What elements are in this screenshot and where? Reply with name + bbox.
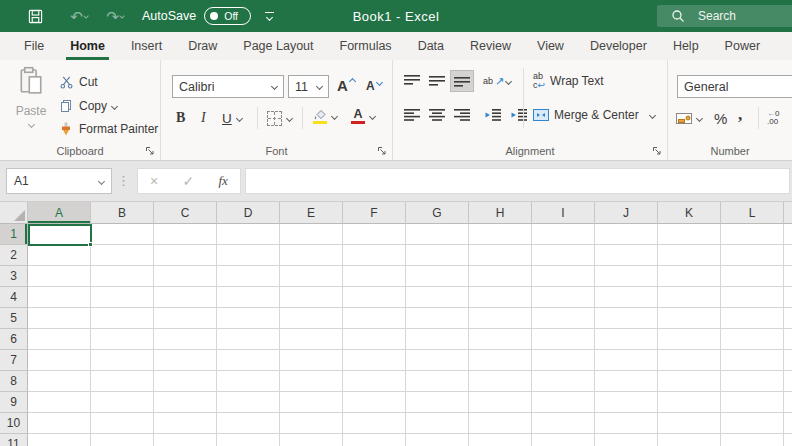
cell-E9[interactable] [280,392,343,413]
tab-data[interactable]: Data [405,32,457,60]
column-header-J[interactable]: J [595,202,658,224]
cell-H6[interactable] [469,329,532,350]
cell-B4[interactable] [91,287,154,308]
cell-L8[interactable] [721,371,784,392]
merge-center-button[interactable]: Merge & Center [533,104,655,126]
cell-A3[interactable] [28,266,91,287]
cell-F3[interactable] [343,266,406,287]
cell-G7[interactable] [406,350,469,371]
cell-K5[interactable] [658,308,721,329]
row-header-10[interactable]: 10 [0,413,28,434]
tab-power[interactable]: Power [712,32,773,60]
tab-formulas[interactable]: Formulas [327,32,405,60]
cell-J8[interactable] [595,371,658,392]
cell-partial-7[interactable] [784,350,792,371]
alignment-dialog-launcher[interactable] [652,145,662,155]
tab-insert[interactable]: Insert [118,32,175,60]
cell-B11[interactable] [91,434,154,446]
cell-B6[interactable] [91,329,154,350]
cell-J9[interactable] [595,392,658,413]
customize-quick-access-button[interactable] [265,12,274,20]
tab-page-layout[interactable]: Page Layout [230,32,326,60]
cell-D8[interactable] [217,371,280,392]
cell-F8[interactable] [343,371,406,392]
increase-decimal-button[interactable]: ←0 .00 [767,107,779,129]
column-header-B[interactable]: B [91,202,154,224]
font-color-button[interactable]: A [351,105,375,127]
cell-B8[interactable] [91,371,154,392]
cell-F11[interactable] [343,434,406,446]
cell-F10[interactable] [343,413,406,434]
cell-J2[interactable] [595,245,658,266]
cell-B5[interactable] [91,308,154,329]
row-header-6[interactable]: 6 [0,329,28,350]
cell-L9[interactable] [721,392,784,413]
cell-H11[interactable] [469,434,532,446]
italic-button[interactable]: I [201,107,206,129]
cell-C5[interactable] [154,308,217,329]
cell-H8[interactable] [469,371,532,392]
cell-G9[interactable] [406,392,469,413]
cell-D7[interactable] [217,350,280,371]
column-header-I[interactable]: I [532,202,595,224]
cell-L11[interactable] [721,434,784,446]
cell-J3[interactable] [595,266,658,287]
cell-I4[interactable] [532,287,595,308]
accounting-format-button[interactable] [676,107,702,129]
select-all-button[interactable] [0,202,28,224]
copy-button[interactable]: Copy [58,95,117,117]
cell-I3[interactable] [532,266,595,287]
row-header-2[interactable]: 2 [0,245,28,266]
cell-C2[interactable] [154,245,217,266]
cell-D1[interactable] [217,224,280,245]
cell-partial-6[interactable] [784,329,792,350]
tab-help[interactable]: Help [660,32,712,60]
autosave-toggle[interactable]: Off [204,7,251,25]
row-header-1[interactable]: 1 [0,224,28,245]
cell-H1[interactable] [469,224,532,245]
cell-E3[interactable] [280,266,343,287]
row-header-11[interactable]: 11 [0,434,28,446]
cell-K10[interactable] [658,413,721,434]
column-header-G[interactable]: G [406,202,469,224]
cell-H2[interactable] [469,245,532,266]
redo-button[interactable]: ↷ [102,3,128,29]
cell-L5[interactable] [721,308,784,329]
cell-J6[interactable] [595,329,658,350]
cell-I5[interactable] [532,308,595,329]
cell-J4[interactable] [595,287,658,308]
cell-G10[interactable] [406,413,469,434]
cell-L1[interactable] [721,224,784,245]
percent-style-button[interactable]: % [714,107,727,129]
increase-indent-button[interactable] [507,104,531,126]
cell-E5[interactable] [280,308,343,329]
cell-C4[interactable] [154,287,217,308]
cell-B7[interactable] [91,350,154,371]
fill-handle[interactable] [88,242,93,247]
format-painter-button[interactable]: Format Painter [58,118,158,140]
underline-button[interactable]: U [222,107,242,129]
cell-G3[interactable] [406,266,469,287]
borders-button[interactable] [267,107,292,129]
cell-L10[interactable] [721,413,784,434]
center-button[interactable] [425,104,449,126]
row-header-8[interactable]: 8 [0,371,28,392]
cell-B2[interactable] [91,245,154,266]
cell-A2[interactable] [28,245,91,266]
tab-view[interactable]: View [524,32,577,60]
clipboard-dialog-launcher[interactable] [145,145,155,155]
cell-K3[interactable] [658,266,721,287]
row-header-5[interactable]: 5 [0,308,28,329]
cell-partial-2[interactable] [784,245,792,266]
cell-K2[interactable] [658,245,721,266]
row-header-4[interactable]: 4 [0,287,28,308]
cell-I7[interactable] [532,350,595,371]
middle-align-button[interactable] [425,70,449,92]
fill-color-button[interactable] [313,105,337,127]
orientation-button[interactable]: ab ↗ [483,70,511,92]
cell-partial-9[interactable] [784,392,792,413]
cell-J5[interactable] [595,308,658,329]
cell-E7[interactable] [280,350,343,371]
cell-L3[interactable] [721,266,784,287]
cell-H4[interactable] [469,287,532,308]
